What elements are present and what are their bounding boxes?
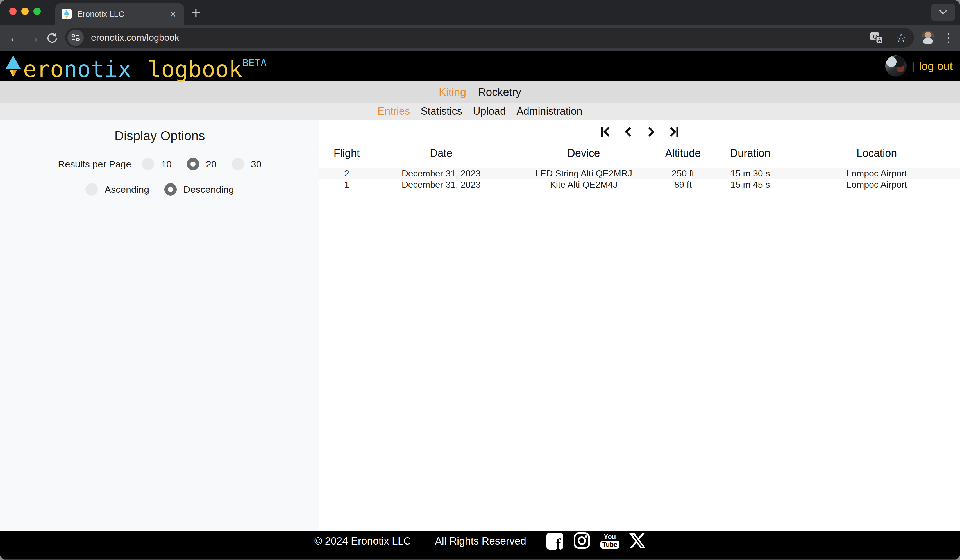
first-page-button[interactable] (600, 125, 613, 138)
window-zoom-button[interactable] (34, 8, 41, 15)
window-bottom-edge (0, 551, 960, 560)
site-header: eronotixlogbookBETA | log out (0, 51, 960, 82)
tab-search-button[interactable] (931, 4, 955, 21)
table-row[interactable]: 2 December 31, 2023 LED String Alti QE2M… (320, 168, 960, 179)
next-page-button[interactable] (645, 125, 658, 138)
logout-link[interactable]: log out (919, 60, 953, 72)
window-controls (9, 8, 41, 15)
logo-text-logbook: logbook (147, 56, 242, 82)
chevron-down-icon (939, 10, 947, 15)
display-options-panel: Display Options Results per Page 10 20 3… (0, 120, 320, 531)
browser-window: Eronotix LLC × + ← → (0, 0, 960, 560)
logo-text-ero: ero (23, 56, 64, 82)
tab-entries[interactable]: Entries (378, 106, 410, 117)
column-altitude[interactable]: Altitude (659, 147, 707, 168)
radio-descending[interactable] (164, 183, 177, 195)
next-page-icon (645, 125, 658, 138)
youtube-icon[interactable]: You Tube (600, 533, 619, 549)
previous-page-button[interactable] (622, 125, 635, 138)
window-close-button[interactable] (9, 8, 17, 15)
browser-toolbar: ← → eronotix.com/logbook G (0, 25, 960, 51)
results-option-30[interactable]: 30 (232, 158, 262, 170)
column-flight[interactable]: Flight (320, 147, 374, 168)
x-twitter-icon[interactable] (629, 533, 646, 550)
sort-order-row: Ascending Descending (85, 183, 234, 195)
facebook-icon[interactable]: f (546, 533, 563, 550)
url-text[interactable]: eronotix.com/logbook (91, 32, 870, 43)
column-duration[interactable]: Duration (707, 147, 794, 168)
column-device[interactable]: Device (509, 147, 659, 168)
display-options-title: Display Options (114, 128, 205, 143)
radio-30[interactable] (232, 158, 244, 170)
sort-option-descending[interactable]: Descending (164, 183, 234, 195)
radio-20[interactable] (187, 158, 199, 170)
previous-page-icon (622, 125, 635, 138)
svg-text:A: A (878, 37, 882, 43)
results-option-10[interactable]: 10 (142, 158, 172, 170)
tab-upload[interactable]: Upload (473, 106, 506, 117)
category-tab-bar: Kiting Rocketry (0, 82, 960, 102)
section-tab-bar: Entries Statistics Upload Administration (0, 102, 960, 120)
tab-administration[interactable]: Administration (517, 106, 582, 117)
first-page-icon (600, 125, 613, 138)
tab-statistics[interactable]: Statistics (421, 106, 462, 117)
logout-divider: | (912, 60, 915, 72)
user-avatar[interactable] (885, 55, 907, 77)
rights-text: All Rights Reserved (435, 535, 526, 547)
forward-button[interactable]: → (24, 30, 43, 45)
site-logo[interactable]: eronotixlogbookBETA (5, 52, 267, 81)
address-bar[interactable]: eronotix.com/logbook G A ☆ (65, 27, 914, 48)
flight-log-table: Flight Date Device Altitude Duration Loc… (320, 147, 960, 190)
kite-rocket-icon (5, 55, 21, 77)
site-footer: © 2024 Eronotix LLC All Rights Reserved … (0, 531, 960, 551)
tab-close-icon[interactable]: × (168, 8, 178, 20)
browser-profile-avatar[interactable] (921, 31, 935, 45)
copyright-text: © 2024 Eronotix LLC (314, 535, 411, 547)
tab-kiting[interactable]: Kiting (439, 86, 466, 98)
radio-ascending[interactable] (85, 183, 98, 195)
results-per-page-row: Results per Page 10 20 30 (58, 158, 261, 170)
pagination-controls (320, 125, 960, 138)
table-row[interactable]: 1 December 31, 2023 Kite Alti QE2M4J 89 … (320, 179, 960, 190)
sort-option-ascending[interactable]: Ascending (85, 183, 149, 195)
table-header-row: Flight Date Device Altitude Duration Loc… (320, 147, 960, 168)
logo-text-notix: notix (64, 56, 131, 82)
browser-tab-strip: Eronotix LLC × + (0, 0, 960, 25)
site-favicon-icon (62, 9, 72, 19)
entries-main: Flight Date Device Altitude Duration Loc… (320, 120, 960, 531)
bookmark-star-icon[interactable]: ☆ (896, 30, 907, 45)
browser-tab[interactable]: Eronotix LLC × (55, 3, 184, 25)
reload-button[interactable] (43, 31, 61, 44)
column-date[interactable]: Date (374, 147, 509, 168)
window-minimize-button[interactable] (21, 8, 29, 15)
results-option-20[interactable]: 20 (187, 158, 217, 170)
radio-10[interactable] (142, 158, 154, 170)
back-button[interactable]: ← (6, 30, 24, 45)
column-location[interactable]: Location (794, 147, 960, 168)
beta-badge: BETA (242, 57, 267, 69)
browser-menu-icon[interactable]: ⋮ (942, 31, 954, 45)
tune-icon (71, 33, 80, 42)
translate-icon[interactable]: G A (870, 31, 883, 45)
tab-title: Eronotix LLC (77, 10, 168, 19)
reload-icon (45, 31, 58, 44)
tab-rocketry[interactable]: Rocketry (478, 86, 521, 98)
last-page-button[interactable] (667, 125, 680, 138)
instagram-icon[interactable] (573, 532, 590, 550)
last-page-icon (667, 125, 680, 138)
site-settings-button[interactable] (67, 29, 84, 46)
results-per-page-label: Results per Page (58, 159, 131, 170)
new-tab-button[interactable]: + (191, 5, 201, 21)
